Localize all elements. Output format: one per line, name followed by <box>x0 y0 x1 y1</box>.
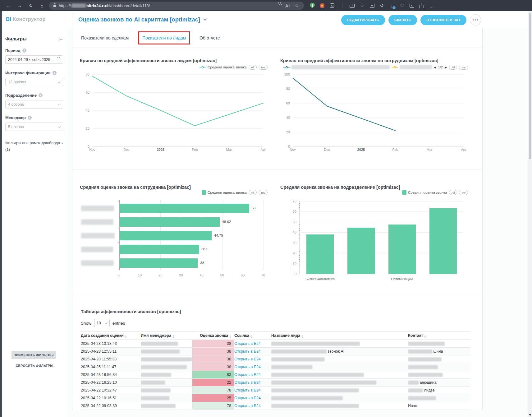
legend-all-button[interactable]: All <box>449 190 457 195</box>
adguard-shield-icon[interactable] <box>308 2 316 10</box>
extensions-puzzle-icon[interactable] <box>328 2 336 10</box>
open-in-b24-link[interactable]: Открыть в Б24 <box>234 341 261 346</box>
legend-next-icon[interactable]: ▶ <box>445 66 447 69</box>
scrollbar-thumb[interactable] <box>529 13 531 159</box>
info-icon[interactable] <box>53 71 57 75</box>
col-contact[interactable]: Контакт <box>408 332 470 340</box>
col-score[interactable]: Оценка звонка <box>192 332 234 340</box>
chart-title: Средняя оценка звонка на подразделение [… <box>280 185 400 190</box>
department-select[interactable]: 4 options <box>5 100 63 109</box>
history-icon[interactable]: ↺ <box>378 2 386 10</box>
col-manager[interactable]: Имя менеджера <box>141 332 192 340</box>
page-title[interactable]: Оценка звонков по AI скриптам [optimizac… <box>78 16 200 23</box>
legend-item[interactable]: Средняя оценка звонка <box>402 190 447 195</box>
legend-all-button[interactable]: All <box>249 190 257 195</box>
split-screen-icon[interactable] <box>348 2 356 10</box>
reset-filters-button[interactable]: СБРОСИТЬ ФИЛЬТРЫ <box>2 364 67 368</box>
address-bar[interactable]: https://bitrix24.ru/bi/dashboard/detail/… <box>49 2 304 10</box>
chevron-down-icon <box>104 321 108 324</box>
cell-link: Открыть в Б24 <box>234 402 271 410</box>
redacted-text <box>141 373 171 377</box>
col-date[interactable]: Дата создания оценки <box>81 332 141 340</box>
sort-icon[interactable] <box>424 335 426 338</box>
redacted-category-label <box>81 233 115 239</box>
line-chart: 806040200NovDec2025FebMarApr <box>79 70 269 157</box>
title-chevron-icon[interactable] <box>203 17 207 21</box>
sort-icon[interactable] <box>172 335 174 338</box>
open-in-b24-link[interactable]: Открыть в Б24 <box>234 404 261 408</box>
favorites-icon[interactable]: ☆ <box>358 2 366 10</box>
open-in-b24-link[interactable]: Открыть в Б24 <box>234 396 261 400</box>
open-in-b24-link[interactable]: Открыть в Б24 <box>234 349 261 354</box>
sort-icon[interactable] <box>229 335 231 338</box>
redacted-legend-label <box>400 65 432 69</box>
sort-icon[interactable] <box>125 335 127 338</box>
info-icon[interactable] <box>39 93 43 97</box>
scroll-down-icon[interactable] <box>529 414 531 416</box>
browser-essentials-icon[interactable]: ♡ <box>398 2 406 10</box>
category-label: Бизнес-Аналитика <box>297 277 343 281</box>
legend-item[interactable] <box>283 65 390 69</box>
legend-inv-button[interactable]: Inv <box>259 65 268 70</box>
legend-item[interactable] <box>392 65 432 69</box>
page-scrollbar[interactable] <box>528 11 532 417</box>
tab-about[interactable]: Об отчете <box>200 35 220 40</box>
forward-icon[interactable]: → <box>16 2 24 10</box>
period-input[interactable]: 2024-04-29 ≤ col < 2025... <box>5 55 63 64</box>
cell-score: 78 <box>192 402 234 410</box>
downloads-icon[interactable]: ↓1 <box>388 2 396 10</box>
refresh-icon[interactable]: ↻ <box>27 2 35 10</box>
cell-date: 2025-04-22 10:32:47 <box>81 387 141 394</box>
more-options-icon[interactable]: … <box>428 2 436 10</box>
legend-prev-icon[interactable]: ◀ <box>434 66 436 69</box>
sort-icon[interactable] <box>301 335 303 338</box>
extension-orange-icon[interactable] <box>318 2 326 10</box>
info-icon[interactable] <box>28 116 32 120</box>
redacted-text <box>408 396 436 400</box>
cell-lead <box>271 363 408 371</box>
manager-select[interactable]: 5 options <box>5 123 63 131</box>
open-in-b24-link[interactable]: Открыть в Б24 <box>234 373 261 377</box>
download-button[interactable]: СКАЧАТЬ <box>388 15 417 25</box>
collections-icon[interactable] <box>368 2 376 10</box>
legend-all-button[interactable]: All <box>249 65 257 70</box>
send-to-chat-button[interactable]: ОТПРАВИТЬ В ЧАТ <box>420 15 466 25</box>
external-filters-link[interactable]: Фильтры вне рамок дашборда › <box>5 140 63 146</box>
tab-leads[interactable]: Показатели по лидам <box>142 35 186 40</box>
home-icon[interactable]: ⌂ <box>38 2 46 10</box>
open-in-b24-link[interactable]: Открыть в Б24 <box>234 380 261 385</box>
info-icon[interactable] <box>22 49 26 53</box>
back-icon[interactable]: ← <box>4 2 12 10</box>
favorite-star-icon[interactable]: ☆ <box>293 2 301 10</box>
legend-all-button[interactable]: All <box>449 65 457 70</box>
legend-item[interactable]: Средняя оценка звонка <box>202 190 247 195</box>
collapse-sidebar-icon[interactable] <box>59 36 63 41</box>
open-in-b24-link[interactable]: Открыть в Б24 <box>234 357 261 361</box>
interval-select[interactable]: 12 options <box>5 78 63 86</box>
legend-inv-button[interactable]: Inv <box>259 190 268 195</box>
search-in-page-icon[interactable] <box>278 2 282 6</box>
legend-item[interactable]: Средняя оценка звонка <box>200 65 247 69</box>
col-link[interactable]: Ссылка <box>234 332 271 340</box>
edit-button[interactable]: РЕДАКТИРОВАТЬ <box>341 15 385 25</box>
svg-text:20: 20 <box>86 127 89 130</box>
col-lead[interactable]: Название лида <box>271 332 408 340</box>
more-actions-button[interactable] <box>470 14 481 25</box>
open-in-b24-link[interactable]: Открыть в Б24 <box>234 388 261 392</box>
cell-score: 78 <box>192 387 234 394</box>
cell-date: 2025-04-22 10:16:51 <box>81 394 141 402</box>
page-size-select[interactable]: 10 <box>94 319 110 327</box>
legend-inv-button[interactable]: Inv <box>459 190 468 195</box>
tab-deals[interactable]: Показатели по сделкам <box>81 35 129 40</box>
table-row: 2025-04-28 12:55:1138Открыть в Б24 звоно… <box>81 348 470 355</box>
read-aloud-icon[interactable]: A <box>283 2 291 10</box>
legend-inv-button[interactable]: Inv <box>459 65 468 70</box>
share-icon[interactable] <box>418 2 426 10</box>
frame-blocker-icon[interactable] <box>408 2 416 10</box>
apply-filters-button[interactable]: ПРИМЕНИТЬ ФИЛЬТРЫ <box>11 351 56 359</box>
open-in-b24-link[interactable]: Открыть в Б24 <box>234 365 261 369</box>
lock-icon <box>53 5 56 7</box>
cell-text: анюшина <box>420 380 436 385</box>
chart-employees-curve: Кривая по средней эффективности звонка п… <box>279 48 469 169</box>
sort-icon[interactable] <box>250 335 252 338</box>
